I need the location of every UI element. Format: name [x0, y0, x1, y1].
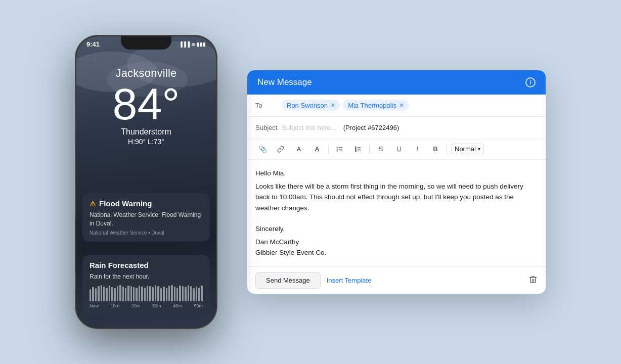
to-field: To Ron Swonson × Mia Thermopolis ×: [247, 95, 546, 117]
subject-label: Subject: [255, 124, 282, 131]
body-greeting: Hello Mia,: [255, 168, 538, 179]
rain-time-labels: Now 10m 20m 30m 40m 50m: [90, 303, 203, 308]
compose-body[interactable]: Hello Mia, Looks like there will be a st…: [247, 160, 546, 266]
flood-body: National Weather Service: Flood Warning …: [90, 211, 203, 228]
flood-warning-card: ⚠ Flood Warning National Weather Service…: [82, 193, 210, 242]
to-recipients: Ron Swonson × Mia Thermopolis ×: [282, 100, 538, 111]
recipient-1-remove[interactable]: ×: [331, 101, 335, 109]
font-style-label: Normal: [455, 145, 476, 153]
bold-button[interactable]: B: [428, 142, 442, 156]
subject-project: (Project #6722496): [343, 124, 400, 131]
sig-name: Dan McCarthy: [255, 237, 538, 248]
phone-frame: 9:41 ▐▐▐ ⌾ ▮▮▮ Jacksonville 84° Thunders…: [75, 35, 217, 329]
toolbar-sep-3: [447, 144, 447, 154]
warning-icon: ⚠: [90, 200, 96, 208]
svg-point-4: [337, 149, 337, 149]
email-compose-window: New Message i To Ron Swonson × Mia Therm…: [247, 70, 546, 294]
email-signature: Sincerely, Dan McCarthy Gibbler Style Ev…: [255, 223, 538, 258]
weather-condition: Thunderstorm: [76, 127, 216, 136]
send-message-button[interactable]: Send Message: [255, 272, 321, 289]
sig-sincerely: Sincerely,: [255, 223, 538, 235]
flood-source: National Weather Service • Duval: [90, 230, 203, 236]
compose-toolbar: 📎 A A 123 S U I B Normal ▾: [247, 139, 546, 160]
text-size-button[interactable]: A: [292, 142, 306, 156]
insert-template-button[interactable]: Insert Template: [327, 272, 372, 288]
recipient-1-name: Ron Swonson: [287, 102, 328, 109]
subject-placeholder: Subject line here...: [282, 124, 336, 131]
svg-point-3: [337, 147, 337, 148]
rain-chart: [90, 281, 203, 301]
battery-icon: ▮▮▮: [197, 41, 206, 47]
weather-info: Jacksonville 84° Thunderstorm H:90° L:73…: [76, 67, 216, 146]
weather-city: Jacksonville: [76, 67, 216, 80]
svg-point-5: [337, 151, 337, 151]
toolbar-sep-1: [328, 144, 329, 154]
phone-mockup: 9:41 ▐▐▐ ⌾ ▮▮▮ Jacksonville 84° Thunders…: [75, 35, 217, 329]
rain-forecast-card: Rain Forecasted Rain for the next hour.: [82, 255, 210, 314]
rain-title: Rain Forecasted: [90, 261, 203, 269]
recipient-2-remove[interactable]: ×: [400, 101, 404, 109]
font-style-dropdown[interactable]: Normal ▾: [451, 144, 484, 154]
status-icons: ▐▐▐ ⌾ ▮▮▮: [179, 41, 206, 47]
compose-title: New Message: [257, 77, 521, 87]
subject-content: Subject line here... (Project #6722496): [282, 124, 538, 131]
underline-button[interactable]: U: [392, 142, 406, 156]
delete-draft-button[interactable]: [528, 275, 538, 286]
ordered-list-button[interactable]: 123: [351, 142, 365, 156]
strikethrough-button[interactable]: S: [374, 142, 388, 156]
info-icon[interactable]: i: [525, 77, 536, 87]
attach-button[interactable]: 📎: [255, 142, 270, 156]
sig-company: Gibbler Style Event Co.: [255, 247, 538, 258]
italic-button[interactable]: I: [410, 142, 424, 156]
svg-text:3: 3: [355, 150, 357, 152]
rain-body: Rain for the next hour.: [90, 272, 203, 281]
recipient-2-name: Mia Thermopolis: [348, 102, 396, 109]
phone-status-bar: 9:41 ▐▐▐ ⌾ ▮▮▮: [76, 40, 216, 48]
flood-title: ⚠ Flood Warning: [90, 199, 203, 208]
compose-header: New Message i: [247, 70, 546, 95]
text-color-button[interactable]: A: [310, 142, 324, 156]
compose-footer: Send Message Insert Template: [247, 266, 546, 294]
recipient-chip-1[interactable]: Ron Swonson ×: [282, 100, 340, 111]
weather-high-low: H:90° L:73°: [76, 138, 216, 146]
wifi-icon: ⌾: [192, 41, 195, 47]
to-label: To: [255, 102, 282, 109]
recipient-chip-2[interactable]: Mia Thermopolis ×: [343, 100, 409, 111]
signal-icon: ▐▐▐: [179, 41, 190, 47]
link-button[interactable]: [274, 142, 288, 156]
unordered-list-button[interactable]: [333, 142, 347, 156]
subject-field: Subject Subject line here... (Project #6…: [247, 117, 546, 139]
chevron-down-icon: ▾: [478, 146, 480, 152]
body-text: Looks like there will be a storm first t…: [255, 181, 538, 214]
toolbar-sep-2: [369, 144, 370, 154]
weather-temperature: 84°: [76, 82, 216, 126]
status-time: 9:41: [86, 40, 100, 48]
